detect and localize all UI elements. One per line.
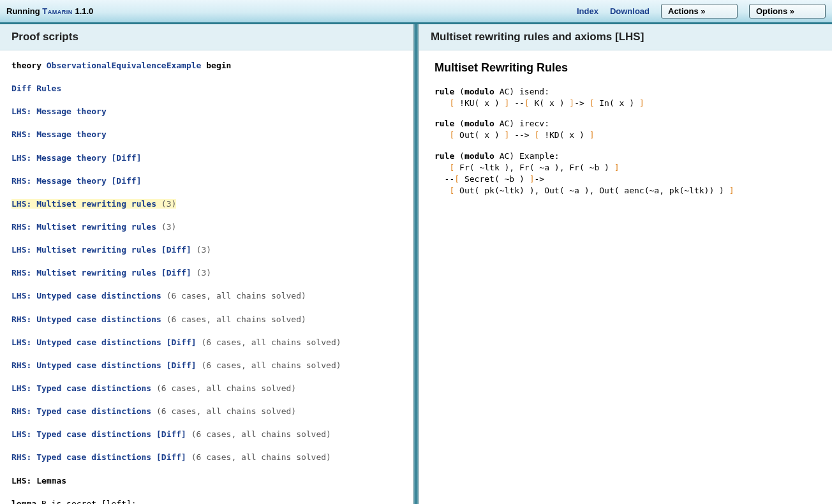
lemma-kw: lemma — [11, 499, 36, 504]
nav-lhs-msg-diff[interactable]: LHS: Message theory [Diff] — [11, 153, 142, 163]
nav-lhs-msg[interactable]: LHS: Message theory — [11, 107, 107, 116]
nav-rhs-mrr-diff[interactable]: RHS: Multiset rewriting rules [Diff] — [11, 268, 191, 278]
nav-rhs-ucd[interactable]: RHS: Untyped case distinctions — [11, 315, 161, 324]
right-panel: Multiset rewriting rules and axioms [LHS… — [419, 24, 832, 504]
nav-rhs-tcd-diff-count: (6 cases, all chains solved) — [191, 452, 331, 462]
split-divider[interactable] — [413, 24, 419, 504]
lemma-name: B_is_secret [left]: — [36, 499, 137, 504]
left-panel-header: Proof scripts — [0, 24, 413, 50]
app-version: 1.1.0 — [75, 6, 93, 16]
nav-rhs-tcd-count: (6 cases, all chains solved) — [156, 406, 296, 416]
nav-lhs-tcd-count: (6 cases, all chains solved) — [156, 383, 296, 393]
nav-lhs-mrr-count: (3) — [161, 199, 176, 209]
left-panel: Proof scripts theory ObservationalEquiva… — [0, 24, 413, 504]
theory-name[interactable]: ObservationalEquivalenceExample — [47, 61, 202, 70]
rule-example: rule (modulo AC) Example: [ Fr( ~ltk ), … — [435, 151, 817, 197]
options-dropdown[interactable]: Options » — [749, 4, 826, 19]
right-panel-body: Multiset Rewriting Rules rule (modulo AC… — [419, 50, 832, 214]
rule-irecv: rule (modulo AC) irecv: [ Out( x ) ] -->… — [435, 118, 817, 141]
download-link[interactable]: Download — [610, 6, 650, 16]
nav-lhs-mrr-row: LHS: Multiset rewriting rules (3) — [11, 198, 401, 211]
nav-rhs-tcd[interactable]: RHS: Typed case distinctions — [11, 406, 151, 416]
nav-rhs-tcd-diff[interactable]: RHS: Typed case distinctions [Diff] — [11, 452, 186, 462]
nav-lhs-ucd-diff[interactable]: LHS: Untyped case distinctions [Diff] — [11, 337, 197, 347]
nav-rhs-mrr[interactable]: RHS: Multiset rewriting rules — [11, 222, 156, 232]
actions-dropdown[interactable]: Actions » — [661, 4, 738, 19]
nav-rhs-msg-diff[interactable]: RHS: Message theory [Diff] — [11, 176, 142, 186]
topbar-right: Index Download Actions » Options » — [577, 4, 826, 19]
running-label: Running — [6, 6, 40, 16]
nav-lhs-ucd-count: (6 cases, all chains solved) — [167, 291, 306, 300]
lhs-lemmas-label: LHS: Lemmas — [11, 476, 66, 485]
rule-isend: rule (modulo AC) isend: [ !KU( x ) ] --[… — [435, 86, 817, 109]
nav-diff-rules[interactable]: Diff Rules — [11, 84, 61, 93]
nav-lhs-mrr-diff-count: (3) — [197, 245, 211, 255]
nav-lhs-mrr-diff[interactable]: LHS: Multiset rewriting rules [Diff] — [11, 245, 191, 255]
index-link[interactable]: Index — [577, 6, 598, 16]
topbar-title: Running Tamarin 1.1.0 — [6, 6, 93, 16]
nav-rhs-msg[interactable]: RHS: Message theory — [11, 130, 107, 139]
nav-rhs-ucd-diff-count: (6 cases, all chains solved) — [201, 360, 341, 370]
nav-rhs-ucd-count: (6 cases, all chains solved) — [167, 315, 306, 324]
section-title: Multiset Rewriting Rules — [435, 59, 817, 77]
nav-lhs-ucd[interactable]: LHS: Untyped case distinctions — [11, 291, 161, 300]
nav-rhs-mrr-diff-count: (3) — [197, 268, 211, 278]
nav-lhs-tcd-diff-count: (6 cases, all chains solved) — [191, 429, 331, 439]
lemma-block: lemma B_is_secret [left]: all-traces "∀ … — [11, 498, 401, 504]
topbar: Running Tamarin 1.1.0 Index Download Act… — [0, 0, 832, 24]
main-split: Proof scripts theory ObservationalEquiva… — [0, 24, 832, 504]
nav-rhs-ucd-diff[interactable]: RHS: Untyped case distinctions [Diff] — [11, 360, 197, 370]
app-name: Tamarin — [42, 6, 72, 16]
nav-lhs-tcd-diff[interactable]: LHS: Typed case distinctions [Diff] — [11, 429, 186, 439]
right-panel-header: Multiset rewriting rules and axioms [LHS… — [419, 24, 832, 50]
nav-lhs-mrr[interactable]: LHS: Multiset rewriting rules — [11, 199, 156, 209]
begin-kw: begin — [206, 61, 231, 70]
left-panel-body: theory ObservationalEquivalenceExample b… — [0, 50, 413, 504]
nav-lhs-ucd-diff-count: (6 cases, all chains solved) — [201, 337, 341, 347]
theory-kw: theory — [11, 61, 41, 70]
nav-rhs-mrr-count: (3) — [161, 222, 176, 232]
nav-lhs-tcd[interactable]: LHS: Typed case distinctions — [11, 383, 151, 393]
theory-line: theory ObservationalEquivalenceExample b… — [11, 59, 401, 72]
